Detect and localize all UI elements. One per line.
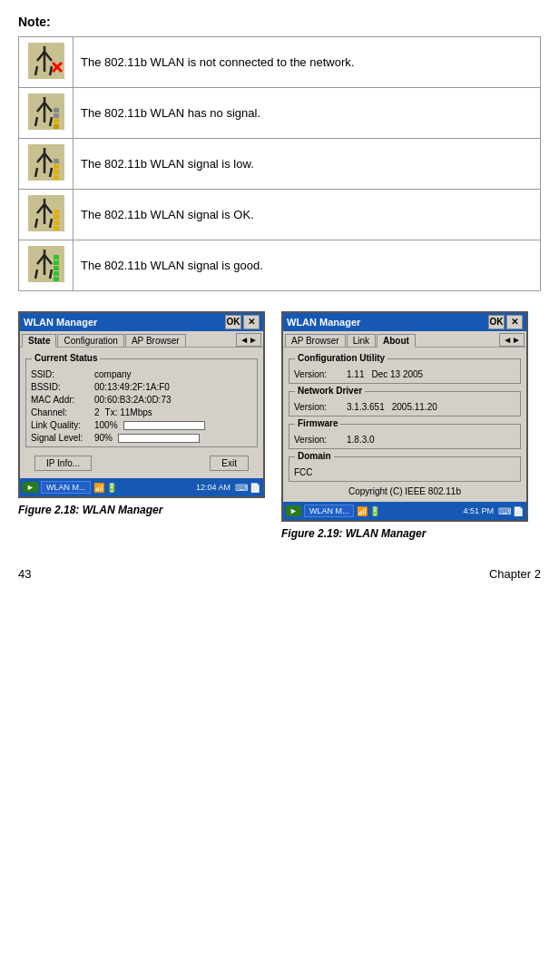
config-util-date: Dec 13 2005: [371, 369, 423, 379]
tabs-19: AP Browser Link About ◄►: [283, 331, 526, 348]
domain-row: FCC: [294, 467, 515, 477]
taskbar-app-19[interactable]: WLAN M...: [304, 505, 355, 517]
svg-rect-47: [54, 260, 59, 265]
ssid-label: SSID:: [31, 369, 94, 379]
signal-desc-0: The 802.11b WLAN is not connected to the…: [74, 37, 541, 88]
close-btn-18[interactable]: ✕: [243, 315, 260, 329]
content-18: Current Status SSID: company BSSID: 00:1…: [20, 348, 263, 478]
titlebar-19-title: WLAN Manager: [287, 317, 486, 328]
tab-configuration[interactable]: Configuration: [57, 334, 123, 347]
taskbar-time-18: 12:04 AM: [196, 483, 232, 492]
link-quality-value: 100%: [94, 420, 118, 430]
mac-label: MAC Addr:: [31, 395, 94, 405]
bssid-row: BSSID: 00:13:49:2F:1A:F0: [31, 382, 252, 392]
net-driver-date: 2005.11.20: [392, 402, 437, 412]
net-driver-version-row: Version: 3.1.3.651 2005.11.20: [294, 402, 515, 412]
start-btn-18[interactable]: ►: [23, 482, 38, 493]
domain-title: Domain: [295, 451, 334, 461]
figure-19-block: WLAN Manager OK ✕ AP Browser Link About …: [281, 311, 528, 540]
signal-level-label: Signal Level:: [31, 433, 94, 443]
wlan-signal-low: [19, 139, 74, 190]
chapter: Chapter 2: [489, 567, 541, 581]
wlan-no-signal: [19, 88, 74, 139]
titlebar-19: WLAN Manager OK ✕: [283, 313, 526, 331]
ok-btn-18[interactable]: OK: [225, 315, 241, 329]
net-driver-title: Network Driver: [295, 386, 365, 396]
ok-btn-19[interactable]: OK: [488, 315, 505, 329]
tab-ap-browser[interactable]: AP Browser: [125, 334, 186, 347]
titlebar-18: WLAN Manager OK ✕: [20, 313, 263, 331]
signal-desc-2: The 802.11b WLAN signal is low.: [74, 139, 541, 190]
firmware-version-label: Version:: [294, 435, 347, 445]
wlan-buttons-18: IP Info... Exit: [25, 452, 258, 473]
signal-icon-19: 📶: [357, 506, 368, 516]
domain-section: Domain FCC: [289, 456, 521, 482]
taskbar-icons-18: 📶 🔋: [93, 483, 117, 493]
tab-about-19[interactable]: About: [377, 334, 416, 348]
tab-arrow-18[interactable]: ◄►: [236, 333, 261, 347]
signal-desc-4: The 802.11b WLAN signal is good.: [74, 240, 541, 291]
taskbar-19: ► WLAN M... 📶 🔋 4:51 PM ⌨ 📄: [283, 502, 526, 520]
svg-rect-35: [54, 226, 59, 230]
tx-value: Tx: 11Mbps: [105, 407, 152, 417]
svg-rect-27: [54, 159, 59, 163]
taskbar-extra-18: ⌨ 📄: [235, 483, 260, 493]
config-util-version-label: Version:: [294, 369, 347, 379]
bssid-label: BSSID:: [31, 382, 94, 392]
svg-rect-17: [54, 108, 59, 113]
signal-table-row: The 802.11b WLAN signal is OK.: [19, 190, 541, 240]
svg-rect-34: [54, 220, 59, 225]
wlan-signal-ok: [19, 190, 74, 240]
wlan-window-18: WLAN Manager OK ✕ State Configuration AP…: [18, 311, 265, 498]
current-status-section: Current Status SSID: company BSSID: 00:1…: [25, 358, 258, 447]
fig18-caption: Figure 2.18: WLAN Manager: [18, 504, 162, 516]
page-number: 43: [18, 567, 31, 581]
signal-table-row: The 802.11b WLAN signal is low.: [19, 139, 541, 190]
start-btn-19[interactable]: ►: [286, 505, 301, 516]
battery-icon-19: 🔋: [369, 506, 380, 516]
signal-table-row: The 802.11b WLAN is not connected to the…: [19, 37, 541, 88]
svg-rect-14: [54, 119, 59, 123]
svg-rect-0: [28, 43, 64, 79]
svg-rect-25: [54, 175, 59, 180]
link-quality-row: Link Quality: 100%: [31, 420, 252, 430]
signal-level-row: Signal Level: 90%: [31, 433, 252, 443]
svg-rect-15: [54, 124, 59, 129]
content-19: Configuration Utility Version: 1.11 Dec …: [283, 348, 526, 502]
svg-rect-44: [54, 271, 59, 276]
link-quality-label: Link Quality:: [31, 420, 94, 430]
tab-link-19[interactable]: Link: [347, 334, 376, 347]
tab-state[interactable]: State: [22, 334, 56, 348]
taskbar-time-19: 4:51 PM: [463, 506, 495, 515]
fig19-caption: Figure 2.19: WLAN Manager: [281, 527, 426, 540]
ssid-value: company: [94, 369, 132, 379]
copyright-text: Copyright (C) IEEE 802.11b: [289, 486, 521, 496]
net-driver-version-label: Version:: [294, 402, 347, 412]
channel-value: 2: [94, 407, 100, 417]
exit-button[interactable]: Exit: [210, 456, 249, 471]
figures-row: WLAN Manager OK ✕ State Configuration AP…: [18, 311, 541, 540]
taskbar-app-18[interactable]: WLAN M...: [41, 481, 92, 494]
svg-rect-16: [54, 113, 59, 118]
ip-info-button[interactable]: IP Info...: [34, 456, 92, 471]
wlan-window-19: WLAN Manager OK ✕ AP Browser Link About …: [281, 311, 528, 522]
close-btn-19[interactable]: ✕: [506, 315, 523, 329]
figure-18-block: WLAN Manager OK ✕ State Configuration AP…: [18, 311, 265, 540]
footer: 43 Chapter 2: [18, 567, 541, 581]
doc-icon-18: 📄: [250, 483, 260, 493]
net-driver-section: Network Driver Version: 3.1.3.651 2005.1…: [289, 391, 521, 416]
firmware-version-value: 1.8.3.0: [347, 435, 375, 445]
battery-icon-18: 🔋: [106, 483, 117, 493]
domain-value: FCC: [294, 467, 313, 477]
keyboard-icon-19: ⌨: [498, 506, 511, 516]
keyboard-icon-18: ⌨: [235, 483, 248, 493]
svg-rect-36: [54, 215, 59, 220]
mac-value: 00:60:B3:2A:0D:73: [94, 395, 172, 405]
svg-rect-46: [54, 266, 59, 270]
tab-arrow-19[interactable]: ◄►: [499, 333, 525, 347]
signal-desc-1: The 802.11b WLAN has no signal.: [74, 88, 541, 139]
taskbar-extra-19: ⌨ 📄: [498, 506, 524, 516]
tab-ap-browser-19[interactable]: AP Browser: [285, 334, 346, 347]
signal-table-row: The 802.11b WLAN signal is good.: [19, 240, 541, 291]
svg-rect-37: [54, 210, 59, 214]
